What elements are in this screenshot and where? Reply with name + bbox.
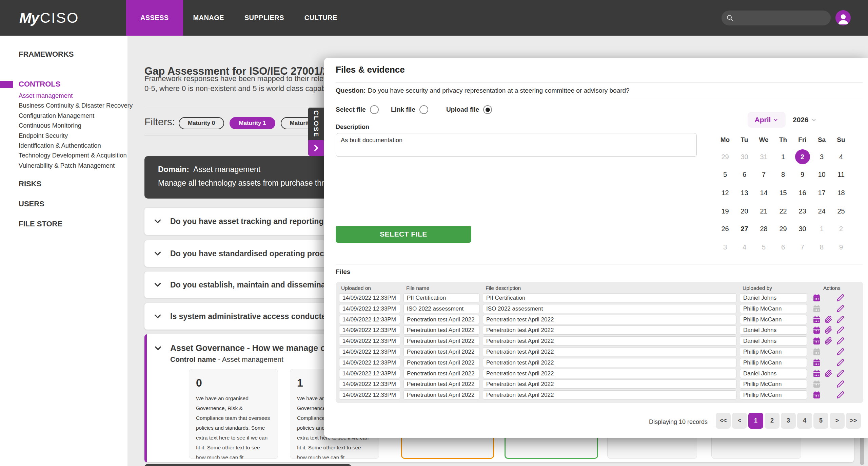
calendar-day[interactable]: 29	[773, 220, 793, 238]
edit-pencil-icon[interactable]	[836, 337, 845, 345]
uploaded-on-field[interactable]: 14/09/2022 12:33PM	[339, 390, 400, 399]
description-textarea[interactable]: As built documentation	[336, 133, 697, 157]
uploaded-on-field[interactable]: 14/09/2022 12:33PM	[339, 379, 400, 389]
radio-button-link-file[interactable]	[419, 105, 428, 114]
calendar-day[interactable]: 5	[754, 238, 773, 256]
pagination-next[interactable]: >	[830, 413, 845, 429]
file-description-field[interactable]: Penetration test April 2022	[483, 390, 736, 399]
paperclip-icon[interactable]	[824, 337, 833, 345]
calendar-icon[interactable]	[812, 326, 821, 334]
calendar-day[interactable]: 15	[773, 184, 793, 202]
month-select[interactable]: April	[748, 112, 786, 128]
nav-item-assess[interactable]: ASSESS	[126, 0, 183, 36]
uploaded-on-field[interactable]: 14/09/2022 12:33PM	[339, 369, 400, 378]
pagination-page-5[interactable]: 5	[813, 413, 828, 429]
calendar-day[interactable]: 13	[735, 184, 754, 202]
uploaded-on-field[interactable]: 14/09/2022 12:33PM	[339, 325, 400, 335]
calendar-day[interactable]: 9	[793, 166, 812, 183]
file-description-field[interactable]: Penetration test April 2022	[483, 336, 736, 346]
filter-chip-maturity-1[interactable]: Maturity 1	[230, 117, 275, 129]
calendar-day[interactable]: 22	[773, 202, 793, 220]
file-description-field[interactable]: Penetration test April 2022	[483, 325, 736, 335]
uploaded-on-field[interactable]: 14/09/2022 12:33PM	[339, 358, 400, 367]
calendar-day[interactable]: 21	[754, 202, 773, 220]
calendar-day[interactable]: 23	[793, 202, 812, 220]
calendar-day[interactable]: 12	[715, 184, 735, 202]
uploaded-by-field[interactable]: Phillip McCann	[740, 347, 807, 356]
radio-option-link-file[interactable]: Link file	[391, 105, 428, 115]
file-name-field[interactable]: Penetration test April 2022	[403, 390, 479, 399]
uploaded-on-field[interactable]: 14/09/2022 12:33PM	[339, 304, 400, 313]
year-select[interactable]: 2026	[793, 112, 817, 128]
edit-pencil-icon[interactable]	[836, 380, 845, 388]
file-name-field[interactable]: Penetration test April 2022	[403, 347, 479, 356]
calendar-day[interactable]: 30	[793, 220, 812, 238]
calendar-day[interactable]: 9	[831, 238, 851, 256]
radio-option-select-file[interactable]: Select file	[336, 105, 379, 115]
sidebar-item-users[interactable]: USERS	[19, 200, 44, 208]
user-avatar[interactable]	[835, 10, 851, 25]
calendar-icon[interactable]	[812, 294, 821, 302]
file-description-field[interactable]: PII Certification	[483, 293, 736, 302]
calendar-day[interactable]: 2	[793, 148, 812, 166]
select-file-button[interactable]: SELECT FILE	[336, 226, 471, 243]
file-name-field[interactable]: ISO 2022 assessment	[403, 304, 479, 313]
search-input[interactable]	[736, 14, 828, 22]
uploaded-by-field[interactable]: Phillip McCann	[740, 379, 807, 389]
sidebar-item-risks[interactable]: RISKS	[19, 180, 41, 188]
sidebar-item-endpoint-security[interactable]: Endpoint Security	[19, 131, 133, 141]
uploaded-by-field[interactable]: Phillip McCann	[740, 358, 807, 367]
pagination-first[interactable]: <<	[716, 413, 731, 429]
sidebar-item-file-store[interactable]: FILE STORE	[19, 220, 62, 228]
file-description-field[interactable]: Penetration test April 2022	[483, 379, 736, 389]
calendar-day[interactable]: 24	[812, 202, 831, 220]
calendar-day[interactable]: 11	[831, 166, 851, 183]
calendar-day[interactable]: 5	[715, 166, 735, 183]
file-name-field[interactable]: Penetration test April 2022	[403, 336, 479, 346]
panel-close-tab[interactable]: CLOSE	[308, 108, 324, 140]
calendar-day[interactable]: 4	[735, 238, 754, 256]
uploaded-by-field[interactable]: Phillip McCann	[740, 390, 807, 399]
calendar-day[interactable]: 3	[715, 238, 735, 256]
calendar-day[interactable]: 8	[812, 238, 831, 256]
calendar-day[interactable]: 25	[831, 202, 851, 220]
calendar-day[interactable]: 4	[831, 148, 851, 166]
file-name-field[interactable]: Penetration test April 2022	[403, 315, 479, 324]
edit-pencil-icon[interactable]	[836, 391, 845, 399]
sidebar-item-continuous-monitoring[interactable]: Continuous Monitoring	[19, 120, 133, 130]
file-description-field[interactable]: Penetration test April 2022	[483, 358, 736, 367]
uploaded-on-field[interactable]: 14/09/2022 12:33PM	[339, 293, 400, 302]
uploaded-by-field[interactable]: Phillip McCann	[740, 304, 807, 313]
sidebar-item-identification-authentication[interactable]: Identification & Authentication	[19, 141, 133, 150]
nav-item-suppliers[interactable]: SUPPLIERS	[234, 0, 294, 36]
sidebar-item-asset-management[interactable]: Asset management	[19, 91, 133, 100]
panel-collapse-button[interactable]	[308, 140, 324, 156]
paperclip-icon[interactable]	[824, 326, 833, 334]
edit-pencil-icon[interactable]	[836, 369, 845, 378]
calendar-day[interactable]: 28	[754, 220, 773, 238]
file-name-field[interactable]: Penetration test April 2022	[403, 379, 479, 389]
calendar-day[interactable]: 19	[715, 202, 735, 220]
calendar-icon[interactable]	[812, 358, 821, 367]
calendar-day[interactable]: 26	[715, 220, 735, 238]
calendar-icon[interactable]	[812, 315, 821, 324]
nav-item-manage[interactable]: MANAGE	[183, 0, 234, 36]
uploaded-on-field[interactable]: 14/09/2022 12:33PM	[339, 347, 400, 356]
calendar-day[interactable]: 10	[812, 166, 831, 183]
calendar-day[interactable]: 1	[812, 220, 831, 238]
calendar-day[interactable]: 27	[735, 220, 754, 238]
calendar-icon[interactable]	[812, 380, 821, 388]
chevron-down-icon[interactable]	[154, 344, 162, 353]
sidebar-item-technology-development-acquisition[interactable]: Technology Development & Acquisition	[19, 150, 133, 160]
file-description-field[interactable]: Penetration test April 2022	[483, 369, 736, 378]
calendar-icon[interactable]	[812, 391, 821, 399]
calendar-day[interactable]: 7	[754, 166, 773, 183]
sidebar-item-business-continuity-disaster-recovery[interactable]: Business Continuity & Disaster Recovery	[19, 100, 133, 110]
calendar-day[interactable]: 14	[754, 184, 773, 202]
edit-pencil-icon[interactable]	[836, 315, 845, 324]
edit-pencil-icon[interactable]	[836, 304, 845, 313]
pagination-page-2[interactable]: 2	[765, 413, 780, 429]
calendar-day[interactable]: 6	[735, 166, 754, 183]
calendar-day[interactable]: 1	[773, 148, 793, 166]
edit-pencil-icon[interactable]	[836, 294, 845, 302]
